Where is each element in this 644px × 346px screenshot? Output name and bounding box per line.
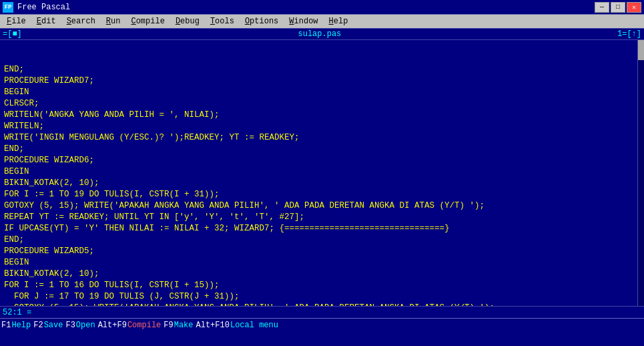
- code-line: BEGIN: [4, 257, 640, 269]
- code-line: CLRSCR;: [4, 98, 640, 110]
- fn-key-f2[interactable]: F2Save: [33, 321, 63, 330]
- app-title: Free Pascal: [17, 3, 70, 12]
- code-line: WRITE('INGIN MENGULANG (Y/ESC.)? ');READ…: [4, 132, 640, 144]
- code-line: PROCEDURE WIZARD6;: [4, 155, 640, 166]
- code-line: END;: [4, 144, 640, 155]
- menu-item-tools[interactable]: Tools: [205, 16, 240, 27]
- code-line: WRITELN;: [4, 121, 640, 132]
- fn-key-label: Alt+F10: [196, 321, 230, 330]
- close-button[interactable]: ✕: [627, 2, 641, 13]
- menu-item-edit[interactable]: Edit: [31, 16, 61, 27]
- maximize-button[interactable]: □: [611, 2, 625, 13]
- fn-key-label: F1: [1, 321, 11, 330]
- fn-key-label: Alt+F9: [98, 321, 127, 330]
- code-line: FOR I := 1 TO 19 DO TULIS(I, CSTR(I + 31…: [4, 189, 640, 200]
- minimize-button[interactable]: —: [595, 2, 609, 13]
- fn-action-label: Save: [44, 321, 63, 330]
- menu-item-window[interactable]: Window: [284, 16, 323, 27]
- title-bar: FP Free Pascal — □ ✕: [0, 0, 644, 15]
- code-line: GOTOXY (5, 15); WRITE('APAKAH ANGKA YANG…: [4, 200, 640, 212]
- code-line: END;: [4, 64, 640, 75]
- fn-action-label: Help: [11, 321, 31, 330]
- fn-action-label: Make: [174, 321, 194, 330]
- status-bar: 52:1 =: [0, 306, 644, 318]
- fn-key-label: F3: [65, 321, 75, 330]
- code-line: END;: [4, 234, 640, 246]
- code-line: REPEAT YT := READKEY; UNTIL YT IN ['y', …: [4, 212, 640, 223]
- fn-action-label: Compile: [127, 321, 161, 330]
- status-eq: =: [22, 308, 31, 317]
- function-bar: F1HelpF2SaveF3OpenAlt+F9CompileF9MakeAlt…: [0, 318, 644, 331]
- code-header-left: =[■]: [3, 29, 22, 39]
- app-icon: FP: [3, 2, 13, 13]
- code-line: BEGIN: [4, 166, 640, 178]
- cursor-position: 52:1: [3, 308, 22, 317]
- code-line: PROCEDURE WIZARD5;: [4, 246, 640, 257]
- title-left: FP Free Pascal: [3, 2, 70, 13]
- code-editor[interactable]: END;PROCEDURE WIZARD7;BEGINCLRSCR;WRITEL…: [0, 40, 644, 306]
- code-lines: END;PROCEDURE WIZARD7;BEGINCLRSCR;WRITEL…: [4, 64, 640, 306]
- fn-action-label: Local menu: [230, 321, 278, 330]
- code-line: BIKIN_KOTAK(2, 10);: [4, 178, 640, 189]
- code-line: PROCEDURE WIZARD7;: [4, 75, 640, 87]
- menu-item-help[interactable]: Help: [324, 16, 354, 27]
- code-line: IF UPCASE(YT) = 'Y' THEN NILAI := NILAI …: [4, 223, 640, 234]
- code-line: FOR J := 17 TO 19 DO TULIS (J, CSTR(J + …: [4, 291, 640, 303]
- menu-item-run[interactable]: Run: [101, 16, 126, 27]
- scrollbar[interactable]: [637, 40, 644, 306]
- fn-key-alt-f10[interactable]: Alt+F10Local menu: [196, 321, 278, 330]
- code-filename: sulap.pas: [22, 29, 617, 39]
- menu-item-debug[interactable]: Debug: [170, 16, 205, 27]
- fn-key-alt-f9[interactable]: Alt+F9Compile: [98, 321, 162, 330]
- code-line: WRITELN('ANGKA YANG ANDA PILIH = ', NILA…: [4, 110, 640, 121]
- fn-key-f3[interactable]: F3Open: [65, 321, 95, 330]
- fn-key-f1[interactable]: F1Help: [1, 321, 31, 330]
- code-header-right: 1=[↑]: [617, 29, 641, 39]
- code-line: GOTOXY (5, 15); WRITE('APAKAH ANGKA YANG…: [4, 303, 640, 306]
- menu-item-compile[interactable]: Compile: [125, 16, 170, 27]
- fn-action-label: Open: [76, 321, 95, 330]
- menu-item-search[interactable]: Search: [61, 16, 101, 27]
- fn-key-label: F9: [164, 321, 173, 330]
- code-line: BIKIN_KOTAK(2, 10);: [4, 269, 640, 280]
- menu-item-file[interactable]: File: [1, 16, 31, 27]
- code-header: =[■] sulap.pas 1=[↑]: [0, 28, 644, 40]
- fn-key-label: F2: [33, 321, 43, 330]
- code-line: BEGIN: [4, 87, 640, 98]
- code-line: FOR I := 1 TO 16 DO TULIS(I, CSTR(I + 15…: [4, 280, 640, 291]
- fn-key-f9[interactable]: F9Make: [164, 321, 193, 330]
- scrollbar-thumb[interactable]: [638, 40, 644, 60]
- menu-item-options[interactable]: Options: [240, 16, 284, 27]
- menu-bar: FileEditSearchRunCompileDebugToolsOption…: [0, 15, 644, 28]
- title-controls[interactable]: — □ ✕: [595, 2, 641, 13]
